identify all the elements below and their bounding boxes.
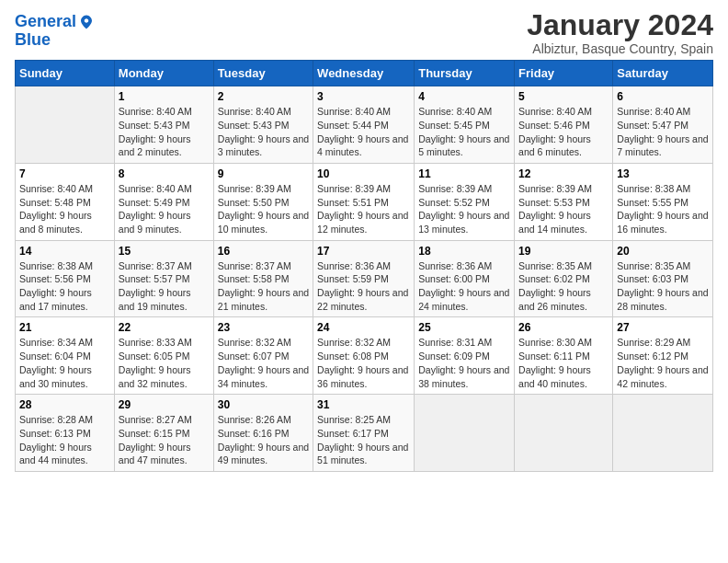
day-number: 15: [119, 245, 210, 258]
day-info: Sunrise: 8:40 AMSunset: 5:48 PMDaylight:…: [19, 182, 110, 236]
day-info: Sunrise: 8:39 AMSunset: 5:50 PMDaylight:…: [218, 182, 309, 236]
logo: General Blue: [15, 13, 95, 50]
col-tuesday: Tuesday: [213, 61, 313, 86]
calendar-cell: 2Sunrise: 8:40 AMSunset: 5:43 PMDaylight…: [213, 86, 313, 164]
calendar-cell: [515, 395, 613, 472]
day-number: 29: [119, 398, 210, 411]
day-info: Sunrise: 8:35 AMSunset: 6:02 PMDaylight:…: [518, 259, 609, 314]
col-sunday: Sunday: [16, 61, 115, 86]
day-number: 3: [317, 90, 410, 103]
calendar-cell: 23Sunrise: 8:32 AMSunset: 6:07 PMDayligh…: [213, 317, 313, 395]
calendar-cell: 31Sunrise: 8:25 AMSunset: 6:17 PMDayligh…: [313, 395, 415, 472]
day-number: 16: [218, 245, 309, 258]
day-info: Sunrise: 8:28 AMSunset: 6:13 PMDaylight:…: [19, 413, 110, 467]
day-number: 18: [418, 245, 510, 258]
day-number: 21: [19, 321, 110, 334]
calendar-cell: 6Sunrise: 8:40 AMSunset: 5:47 PMDaylight…: [613, 86, 713, 164]
day-info: Sunrise: 8:29 AMSunset: 6:12 PMDaylight:…: [617, 336, 709, 390]
calendar-cell: 20Sunrise: 8:35 AMSunset: 6:03 PMDayligh…: [613, 240, 713, 317]
calendar-cell: 19Sunrise: 8:35 AMSunset: 6:02 PMDayligh…: [515, 240, 613, 317]
calendar-cell: 4Sunrise: 8:40 AMSunset: 5:45 PMDaylight…: [415, 86, 515, 164]
day-info: Sunrise: 8:40 AMSunset: 5:49 PMDaylight:…: [119, 182, 210, 236]
day-number: 4: [418, 90, 510, 103]
day-info: Sunrise: 8:40 AMSunset: 5:45 PMDaylight:…: [418, 105, 510, 159]
day-number: 20: [617, 245, 709, 258]
day-number: 9: [218, 167, 309, 180]
calendar-week-1: 7Sunrise: 8:40 AMSunset: 5:48 PMDaylight…: [16, 163, 713, 240]
day-number: 25: [418, 321, 510, 334]
calendar-cell: 7Sunrise: 8:40 AMSunset: 5:48 PMDaylight…: [16, 163, 115, 240]
day-number: 14: [19, 245, 110, 258]
calendar-cell: 1Sunrise: 8:40 AMSunset: 5:43 PMDaylight…: [114, 86, 213, 164]
day-info: Sunrise: 8:27 AMSunset: 6:15 PMDaylight:…: [119, 413, 210, 467]
day-number: 5: [518, 90, 609, 103]
subtitle: Albiztur, Basque Country, Spain: [527, 41, 713, 56]
day-number: 19: [518, 245, 609, 258]
day-info: Sunrise: 8:38 AMSunset: 5:56 PMDaylight:…: [19, 259, 110, 314]
day-number: 31: [317, 398, 410, 411]
day-info: Sunrise: 8:25 AMSunset: 6:17 PMDaylight:…: [317, 413, 410, 467]
calendar-week-4: 28Sunrise: 8:28 AMSunset: 6:13 PMDayligh…: [16, 395, 713, 472]
day-number: 23: [218, 321, 309, 334]
header-row: General Blue January 2024 Albiztur, Basq…: [15, 9, 713, 56]
day-info: Sunrise: 8:39 AMSunset: 5:53 PMDaylight:…: [518, 182, 609, 236]
day-info: Sunrise: 8:38 AMSunset: 5:55 PMDaylight:…: [617, 182, 709, 236]
calendar-cell: 17Sunrise: 8:36 AMSunset: 5:59 PMDayligh…: [313, 240, 415, 317]
calendar-cell: 11Sunrise: 8:39 AMSunset: 5:52 PMDayligh…: [415, 163, 515, 240]
day-number: 22: [119, 321, 210, 334]
day-number: 27: [617, 321, 709, 334]
calendar-cell: 15Sunrise: 8:37 AMSunset: 5:57 PMDayligh…: [114, 240, 213, 317]
day-number: 28: [19, 398, 110, 411]
calendar-cell: 3Sunrise: 8:40 AMSunset: 5:44 PMDaylight…: [313, 86, 415, 164]
day-info: Sunrise: 8:34 AMSunset: 6:04 PMDaylight:…: [19, 336, 110, 390]
calendar-cell: 18Sunrise: 8:36 AMSunset: 6:00 PMDayligh…: [415, 240, 515, 317]
day-info: Sunrise: 8:36 AMSunset: 6:00 PMDaylight:…: [418, 259, 510, 314]
calendar-cell: [16, 86, 115, 164]
calendar-week-0: 1Sunrise: 8:40 AMSunset: 5:43 PMDaylight…: [16, 86, 713, 164]
calendar-cell: 22Sunrise: 8:33 AMSunset: 6:05 PMDayligh…: [114, 317, 213, 395]
calendar-cell: 16Sunrise: 8:37 AMSunset: 5:58 PMDayligh…: [213, 240, 313, 317]
col-saturday: Saturday: [613, 61, 713, 86]
day-info: Sunrise: 8:32 AMSunset: 6:07 PMDaylight:…: [218, 336, 309, 390]
day-info: Sunrise: 8:30 AMSunset: 6:11 PMDaylight:…: [518, 336, 609, 390]
day-info: Sunrise: 8:39 AMSunset: 5:52 PMDaylight:…: [418, 182, 510, 236]
calendar-cell: 29Sunrise: 8:27 AMSunset: 6:15 PMDayligh…: [114, 395, 213, 472]
calendar-table: Sunday Monday Tuesday Wednesday Thursday…: [15, 60, 713, 472]
day-number: 1: [119, 90, 210, 103]
month-title: January 2024: [527, 9, 713, 41]
day-number: 30: [218, 398, 309, 411]
calendar-week-2: 14Sunrise: 8:38 AMSunset: 5:56 PMDayligh…: [16, 240, 713, 317]
day-number: 6: [617, 90, 709, 103]
day-number: 12: [518, 167, 609, 180]
day-info: Sunrise: 8:35 AMSunset: 6:03 PMDaylight:…: [617, 259, 709, 314]
calendar-cell: 9Sunrise: 8:39 AMSunset: 5:50 PMDaylight…: [213, 163, 313, 240]
day-info: Sunrise: 8:36 AMSunset: 5:59 PMDaylight:…: [317, 259, 410, 314]
calendar-cell: 5Sunrise: 8:40 AMSunset: 5:46 PMDaylight…: [515, 86, 613, 164]
day-info: Sunrise: 8:39 AMSunset: 5:51 PMDaylight:…: [317, 182, 410, 236]
col-friday: Friday: [515, 61, 613, 86]
calendar-cell: [415, 395, 515, 472]
day-info: Sunrise: 8:40 AMSunset: 5:46 PMDaylight:…: [518, 105, 609, 159]
day-number: 2: [218, 90, 309, 103]
day-number: 7: [19, 167, 110, 180]
calendar-cell: 26Sunrise: 8:30 AMSunset: 6:11 PMDayligh…: [515, 317, 613, 395]
calendar-cell: 25Sunrise: 8:31 AMSunset: 6:09 PMDayligh…: [415, 317, 515, 395]
day-info: Sunrise: 8:40 AMSunset: 5:43 PMDaylight:…: [218, 105, 309, 159]
calendar-cell: 10Sunrise: 8:39 AMSunset: 5:51 PMDayligh…: [313, 163, 415, 240]
calendar-cell: 27Sunrise: 8:29 AMSunset: 6:12 PMDayligh…: [613, 317, 713, 395]
day-info: Sunrise: 8:33 AMSunset: 6:05 PMDaylight:…: [119, 336, 210, 390]
col-wednesday: Wednesday: [313, 61, 415, 86]
day-number: 24: [317, 321, 410, 334]
calendar-cell: 8Sunrise: 8:40 AMSunset: 5:49 PMDaylight…: [114, 163, 213, 240]
day-number: 13: [617, 167, 709, 180]
title-block: January 2024 Albiztur, Basque Country, S…: [527, 9, 713, 56]
logo-text-blue: Blue: [15, 31, 95, 50]
day-info: Sunrise: 8:40 AMSunset: 5:47 PMDaylight:…: [617, 105, 709, 159]
day-number: 17: [317, 245, 410, 258]
calendar-cell: 24Sunrise: 8:32 AMSunset: 6:08 PMDayligh…: [313, 317, 415, 395]
day-number: 10: [317, 167, 410, 180]
col-monday: Monday: [114, 61, 213, 86]
col-thursday: Thursday: [415, 61, 515, 86]
day-info: Sunrise: 8:32 AMSunset: 6:08 PMDaylight:…: [317, 336, 410, 390]
calendar-cell: 21Sunrise: 8:34 AMSunset: 6:04 PMDayligh…: [16, 317, 115, 395]
